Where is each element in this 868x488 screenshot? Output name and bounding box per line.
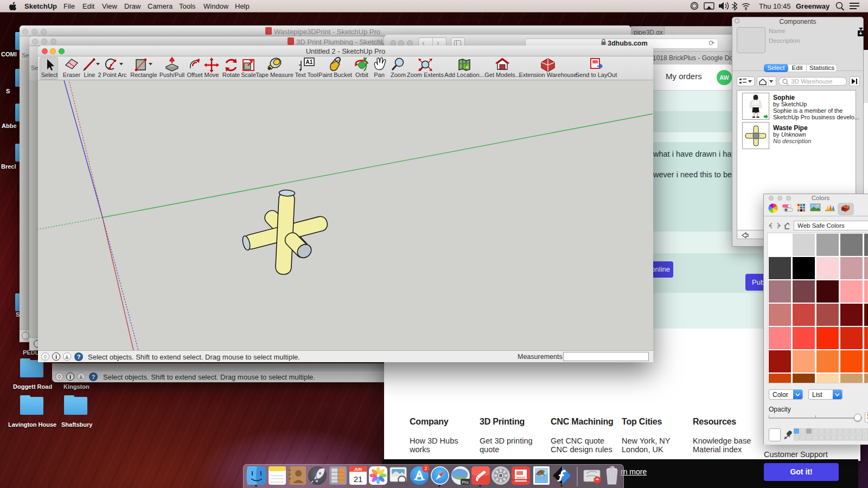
svg-text:Push/Pull: Push/Pull [159,72,184,78]
svg-text:Zoom Extents: Zoom Extents [407,72,444,78]
svg-text:Pro: Pro [462,480,469,485]
svg-text:Get Models...: Get Models... [484,72,520,78]
svg-text:2: 2 [424,466,427,471]
svg-text:Rotate: Rotate [222,72,240,78]
svg-text:Extension Warehouse: Extension Warehouse [519,72,577,78]
svg-text:Text Tool: Text Tool [295,72,318,78]
svg-text:Rectangle: Rectangle [130,72,157,78]
svg-text:Offset: Offset [187,72,202,78]
svg-text:JUN: JUN [354,467,362,471]
svg-text:Scale: Scale [241,72,256,78]
svg-text:Pan: Pan [374,72,385,78]
svg-text:Send to LayOut: Send to LayOut [576,72,617,78]
svg-text:Line: Line [84,72,95,78]
svg-text:Eraser: Eraser [63,72,81,78]
svg-text:Tape Measure: Tape Measure [256,72,293,78]
svg-text:21: 21 [354,474,363,484]
svg-text:Orbit: Orbit [355,72,368,78]
svg-text:2 Point Arc: 2 Point Arc [98,72,127,78]
svg-text:A1: A1 [306,59,313,65]
svg-text:Zoom: Zoom [391,72,406,78]
svg-text:Add Location...: Add Location... [444,72,484,78]
svg-text:Paint Bucket: Paint Bucket [318,72,352,78]
svg-text:Select: Select [41,72,58,78]
